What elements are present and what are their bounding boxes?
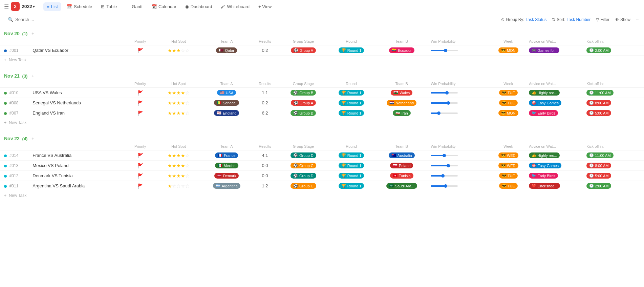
task-round[interactable]: 🏆 Round 1 [327, 98, 375, 108]
search-input[interactable] [15, 17, 90, 22]
task-name[interactable]: Mexico VS Poland [30, 161, 126, 171]
tab-calendar[interactable]: 📆 Calendar [148, 2, 180, 11]
task-priority[interactable]: 🚩 [126, 181, 155, 191]
task-advice[interactable]: 🎯 Easy Games [526, 98, 584, 108]
tab-whiteboard[interactable]: 🖊 Whiteboard [217, 2, 253, 11]
task-team-b[interactable]: 🇦🇺 Australia [375, 150, 428, 161]
task-week[interactable]: 😎 WED [490, 161, 526, 171]
task-priority[interactable]: 🚩 [126, 161, 155, 171]
task-group-stage[interactable]: ⚽ Group B [279, 88, 327, 98]
task-group-stage[interactable]: ⚽ Group A [279, 45, 327, 56]
task-group-stage[interactable]: ⚽ Group C [279, 161, 327, 171]
task-round[interactable]: 🏆 Round 1 [327, 181, 375, 191]
search-input-wrapper[interactable]: 🔍 [5, 15, 93, 24]
task-advice[interactable]: 🐦 Early Birds [526, 171, 584, 181]
task-row[interactable]: #014 France VS Australia 🚩 ★★★★☆ 🇫🇷 Fran… [0, 150, 644, 161]
task-row[interactable]: #008 Senegal VS Netherlands 🚩 ★★★★☆ 🇸🇳 S… [0, 98, 644, 108]
task-team-a[interactable]: 🇫🇷 France [202, 150, 251, 161]
task-team-a[interactable]: 🏴󠁧󠁢󠁥󠁮󠁧󠁿 England [202, 108, 251, 118]
task-group-stage[interactable]: ⚽ Group D [279, 171, 327, 181]
advice-icon: ❤️ [532, 184, 536, 188]
task-priority[interactable]: 🚩 [126, 150, 155, 161]
task-priority[interactable]: 🚩 [126, 98, 155, 108]
task-advice[interactable]: 👍 Highly rec... [526, 88, 584, 98]
task-name[interactable]: Denmark VS Tunisia [30, 171, 126, 181]
task-round[interactable]: 🏆 Round 1 [327, 171, 375, 181]
tab-gantt[interactable]: — Gantt [122, 2, 146, 11]
year-label[interactable]: 2022 ▾ [22, 4, 35, 9]
task-group-stage[interactable]: ⚽ Group D [279, 150, 327, 161]
task-advice[interactable]: ❤️ Cherished... [526, 181, 584, 191]
task-group-stage[interactable]: ⚽ Group C [279, 181, 327, 191]
task-week[interactable]: 😎 MON [490, 108, 526, 118]
task-round[interactable]: 🏆 Round 1 [327, 150, 375, 161]
show-control[interactable]: 👁 Show [615, 17, 630, 22]
task-week[interactable]: 😎 TUE [490, 88, 526, 98]
tab-list[interactable]: ≡ List [43, 2, 61, 11]
task-group-stage[interactable]: ⚽ Group B [279, 108, 327, 118]
task-team-b[interactable]: 🇹🇳 Tunisia [375, 171, 428, 181]
new-task-label[interactable]: New Task [9, 193, 26, 198]
filter-control[interactable]: ▽ Filter [596, 17, 609, 22]
task-week[interactable]: 😎 TUE [490, 171, 526, 181]
task-row[interactable]: #010 USA VS Wales 🚩 ★★★★☆ 🇺🇸 USA 1:1 ⚽ G… [0, 88, 644, 98]
task-priority[interactable]: 🚩 [126, 45, 155, 56]
task-row[interactable]: #011 Argentina VS Saudi Arabia 🚩 ★☆☆☆☆ 🇦… [0, 181, 644, 191]
task-round[interactable]: 🏆 Round 1 [327, 45, 375, 56]
tab-table[interactable]: ⊞ Table [98, 2, 120, 11]
task-row[interactable]: #007 England VS Iran 🚩 ★★★★☆ 🏴󠁧󠁢󠁥󠁮󠁧󠁿 Eng… [0, 108, 644, 118]
task-team-b[interactable]: 🇮🇷 Iran [375, 108, 428, 118]
clock-icon: 🕐 [589, 184, 594, 188]
task-priority[interactable]: 🚩 [126, 88, 155, 98]
task-round[interactable]: 🏆 Round 1 [327, 161, 375, 171]
task-team-a[interactable]: 🇲🇽 Mexico [202, 161, 251, 171]
group-add-icon[interactable]: + [31, 31, 34, 36]
tab-add-view[interactable]: + View [255, 2, 275, 11]
task-team-a[interactable]: 🇺🇸 USA [202, 88, 251, 98]
new-task-row[interactable]: + New Task [0, 191, 644, 200]
task-round[interactable]: 🏆 Round 1 [327, 88, 375, 98]
tab-dashboard[interactable]: ◉ Dashboard [182, 2, 216, 11]
menu-icon[interactable]: ☰ [4, 3, 9, 10]
task-advice[interactable]: 🎮 Games fo... [526, 45, 584, 56]
task-row[interactable]: #001 Qatar VS Ecuador 🚩 ★★★☆☆ 🇶🇦 Qatar 0… [0, 45, 644, 56]
task-name[interactable]: Argentina VS Saudi Arabia [30, 181, 126, 191]
group-add-icon[interactable]: + [31, 136, 34, 141]
task-advice[interactable]: 🐦 Early Birds [526, 108, 584, 118]
task-group-stage[interactable]: ⚽ Group A [279, 98, 327, 108]
task-team-b[interactable]: 🇵🇱 Poland [375, 161, 428, 171]
task-team-a[interactable]: 🇸🇳 Senegal [202, 98, 251, 108]
group-add-icon[interactable]: + [31, 73, 34, 79]
task-team-b[interactable]: 🇪🇨 Ecuador [375, 45, 428, 56]
task-team-b[interactable]: 🇸🇦 Saudi Ara... [375, 181, 428, 191]
group-by-control[interactable]: ⊙ Group By: Task Status [501, 17, 546, 22]
task-team-a[interactable]: 🇦🇷 Argentina [202, 181, 251, 191]
more-control[interactable]: ··· [636, 17, 639, 22]
task-week[interactable]: 😎 TUE [490, 98, 526, 108]
task-round[interactable]: 🏆 Round 1 [327, 108, 375, 118]
task-name[interactable]: England VS Iran [30, 108, 126, 118]
task-week[interactable]: 😎 MON [490, 45, 526, 56]
task-week[interactable]: 😎 WED [490, 150, 526, 161]
task-team-a[interactable]: 🇶🇦 Qatar [202, 45, 251, 56]
new-task-label[interactable]: New Task [9, 120, 26, 125]
task-row[interactable]: #012 Denmark VS Tunisia 🚩 ★★★★☆ 🇩🇰 Demar… [0, 171, 644, 181]
task-priority[interactable]: 🚩 [126, 108, 155, 118]
task-priority[interactable]: 🚩 [126, 171, 155, 181]
sort-control[interactable]: ⇅ Sort: Task Number [552, 17, 591, 22]
task-team-a[interactable]: 🇩🇰 Demark [202, 171, 251, 181]
task-name[interactable]: France VS Australia [30, 150, 126, 161]
task-team-b[interactable]: 🏴󠁧󠁢󠁷󠁬󠁳󠁿 Wales [375, 88, 428, 98]
task-name[interactable]: Senegal VS Netherlands [30, 98, 126, 108]
task-team-b[interactable]: 🇳🇱 Netherland [375, 98, 428, 108]
new-task-label[interactable]: New Task [9, 58, 26, 62]
task-name[interactable]: Qatar VS Ecuador [30, 45, 126, 56]
new-task-row[interactable]: + New Task [0, 118, 644, 127]
task-advice[interactable]: 👍 Highly rec... [526, 150, 584, 161]
task-row[interactable]: #013 Mexico VS Poland 🚩 ★★★★☆ 🇲🇽 Mexico … [0, 161, 644, 171]
tab-schedule[interactable]: 📅 Schedule [63, 2, 95, 11]
task-week[interactable]: 😎 TUE [490, 181, 526, 191]
task-advice[interactable]: 🎯 Easy Games [526, 161, 584, 171]
new-task-row[interactable]: + New Task [0, 56, 644, 65]
task-name[interactable]: USA VS Wales [30, 88, 126, 98]
